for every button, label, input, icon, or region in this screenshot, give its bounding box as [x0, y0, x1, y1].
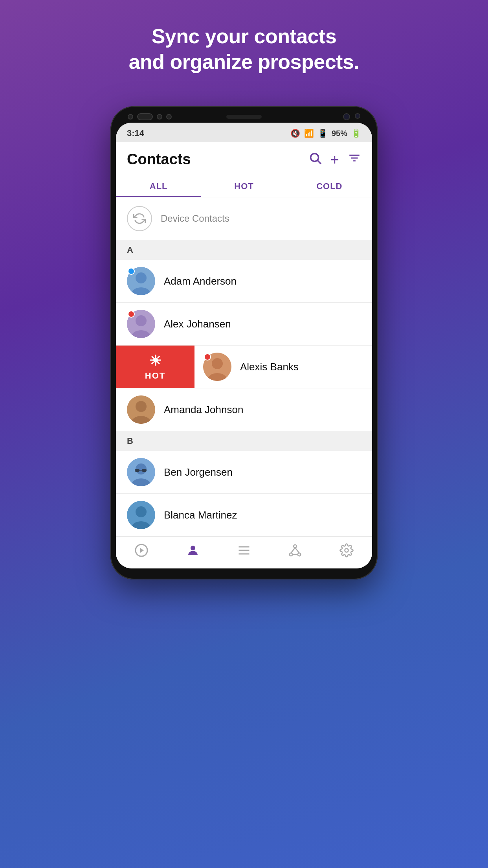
tab-bar: ALL HOT COLD	[116, 174, 372, 197]
status-right: 🔇 📶 📱 95% 🔋	[290, 129, 361, 138]
search-icon[interactable]	[308, 151, 322, 168]
section-b-header: B	[116, 431, 372, 451]
battery-icon: 🔋	[351, 129, 361, 138]
contact-name: Adam Anderson	[164, 275, 237, 287]
contact-name: Amanda Johnson	[164, 404, 243, 416]
section-a-header: A	[116, 240, 372, 260]
svg-point-30	[290, 553, 293, 556]
network-icon	[288, 543, 302, 561]
settings-icon	[339, 543, 354, 561]
svg-point-29	[294, 545, 297, 548]
status-time: 3:14	[127, 128, 144, 138]
avatar-wrapper	[203, 353, 231, 381]
battery-percent: 95%	[332, 129, 347, 138]
svg-point-12	[136, 401, 147, 412]
svg-line-32	[291, 548, 295, 553]
device-contacts-row[interactable]: Device Contacts	[116, 197, 372, 240]
contact-row[interactable]: Blanca Martinez	[116, 494, 372, 537]
wifi-icon: 📶	[304, 129, 314, 138]
avatar-wrapper	[127, 501, 155, 529]
mute-icon: 🔇	[290, 129, 300, 138]
nav-item-settings[interactable]	[339, 543, 354, 561]
avatar-wrapper	[127, 310, 155, 338]
sync-icon	[127, 206, 152, 231]
svg-point-21	[136, 506, 147, 517]
hero-line1: Sync your contacts	[152, 25, 337, 48]
header-actions: +	[308, 151, 361, 168]
contact-row[interactable]: Ben Jorgensen	[116, 451, 372, 494]
nav-item-network[interactable]	[288, 543, 302, 561]
hot-sun-icon: ☀	[149, 353, 161, 369]
avatar	[127, 395, 155, 424]
svg-point-35	[345, 549, 348, 552]
nav-item-play[interactable]	[134, 543, 149, 561]
contact-name: Ben Jorgensen	[164, 466, 233, 478]
status-dot	[204, 353, 211, 360]
nav-item-contacts[interactable]	[186, 543, 200, 561]
status-dot	[128, 268, 135, 275]
svg-rect-18	[142, 469, 147, 472]
status-bar: 3:14 🔇 📶 📱 95% 🔋	[116, 123, 372, 142]
svg-rect-17	[135, 469, 139, 472]
hero-line2: and organize prospects.	[129, 50, 360, 73]
contact-row-hot[interactable]: ☀ HOT Alexis Banks	[116, 346, 372, 388]
page-title: Contacts	[127, 151, 191, 168]
avatar-wrapper	[127, 395, 155, 424]
device-contacts-label: Device Contacts	[161, 213, 229, 224]
svg-line-1	[317, 160, 321, 164]
sensor-dot3	[166, 114, 172, 120]
phone-bottom-bar	[116, 568, 372, 579]
sensor-camera2	[355, 113, 360, 119]
svg-marker-24	[140, 548, 144, 553]
svg-point-9	[212, 358, 223, 369]
avatar-wrapper	[127, 267, 155, 295]
avatar	[127, 458, 155, 486]
sensor-dot	[128, 114, 133, 120]
svg-line-33	[295, 548, 299, 553]
bottom-nav	[116, 537, 372, 568]
svg-point-3	[136, 272, 147, 283]
filter-icon[interactable]	[348, 151, 361, 168]
sensor-dot2	[157, 114, 162, 120]
avatar-wrapper	[127, 458, 155, 486]
tab-hot[interactable]: HOT	[201, 174, 286, 197]
add-icon[interactable]: +	[330, 152, 339, 167]
play-icon	[134, 543, 149, 561]
sensor-oval	[137, 113, 153, 120]
phone-screen: 3:14 🔇 📶 📱 95% 🔋 Contacts +	[116, 123, 372, 568]
nav-item-list[interactable]	[237, 543, 251, 561]
list-icon	[237, 543, 251, 561]
svg-point-25	[191, 546, 195, 550]
hot-badge-label: HOT	[145, 371, 165, 381]
tab-cold[interactable]: COLD	[287, 174, 372, 197]
contact-name: Blanca Martinez	[164, 509, 237, 521]
sensor-speaker	[226, 115, 262, 119]
contacts-icon	[186, 543, 200, 561]
contact-name: Alex Johansen	[164, 318, 231, 330]
phone-frame: 3:14 🔇 📶 📱 95% 🔋 Contacts +	[110, 106, 378, 579]
phone-top-sensors	[116, 113, 372, 120]
contact-row[interactable]: Amanda Johnson	[116, 388, 372, 431]
svg-point-31	[298, 553, 301, 556]
contact-row[interactable]: Adam Anderson	[116, 260, 372, 303]
signal-icon: 📱	[318, 129, 328, 138]
sensor-camera	[343, 113, 350, 120]
hot-badge: ☀ HOT	[116, 346, 194, 388]
contact-name: Alexis Banks	[240, 361, 299, 373]
hero-text: Sync your contacts and organize prospect…	[97, 24, 391, 75]
avatar	[127, 501, 155, 529]
app-header: Contacts +	[116, 142, 372, 174]
svg-point-6	[136, 315, 147, 326]
tab-all[interactable]: ALL	[116, 174, 201, 197]
status-dot	[128, 311, 135, 318]
contact-row[interactable]: Alex Johansen	[116, 303, 372, 346]
